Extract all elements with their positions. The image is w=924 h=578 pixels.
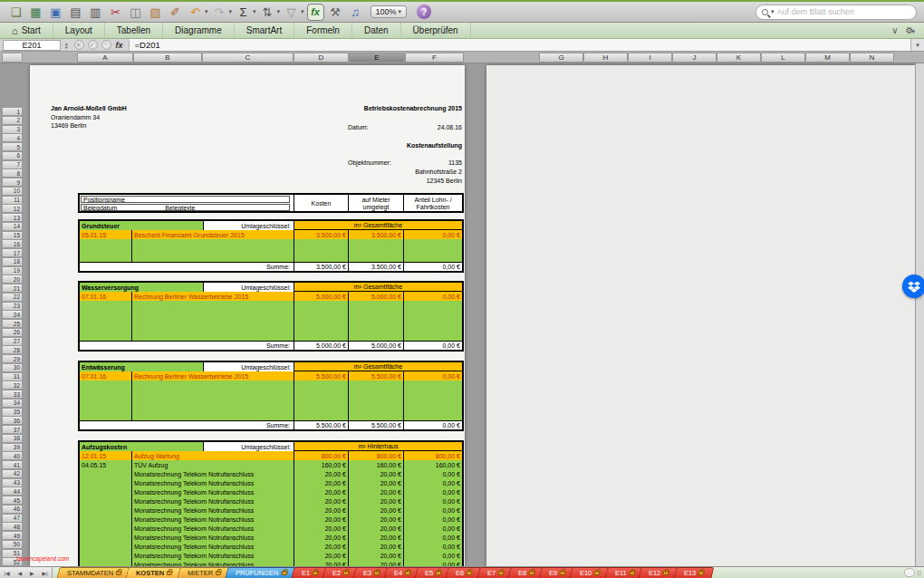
cell-kosten[interactable]: 20,00 €	[294, 478, 348, 487]
cell-date[interactable]	[80, 469, 131, 478]
cell-date[interactable]	[80, 515, 131, 524]
table-row[interactable]: Monatsrechnung Telekom Notrufanschluss20…	[80, 551, 462, 560]
cell-mieter[interactable]: 20,00 €	[348, 524, 403, 533]
autosum-dropdown-icon[interactable]: ▾	[253, 8, 256, 15]
cell-date[interactable]: 04.05.15	[80, 460, 131, 469]
row-header-44[interactable]: 44	[2, 486, 23, 496]
summe-anteil[interactable]: 0,00 €	[403, 421, 462, 429]
cell-date[interactable]: 07.01.16	[80, 371, 131, 381]
row-header-39[interactable]: 39	[2, 443, 23, 452]
cell-mieter[interactable]: 800,00 €	[348, 451, 403, 460]
row-header-13[interactable]: 13	[2, 213, 23, 222]
cell-kosten[interactable]: 5.500,00 €	[294, 371, 348, 381]
name-box[interactable]: E201	[3, 40, 61, 51]
sort-dropdown-icon[interactable]: ▾	[277, 8, 281, 15]
row-header-40[interactable]: 40	[2, 451, 23, 460]
belegtexte-cell[interactable]: Belegtexte	[165, 205, 195, 211]
cell-text[interactable]: Rechnung Berliner Wasserbetriebe 2015	[131, 371, 294, 381]
cell-kosten[interactable]: 20,00 €	[294, 487, 348, 496]
umlage-label[interactable]: Umlageschlüssel:	[203, 283, 294, 292]
cell-text[interactable]: Aufzug Wartung	[131, 451, 294, 460]
filler-cell[interactable]	[403, 381, 462, 420]
cell-kosten[interactable]: 20,00 €	[294, 515, 348, 524]
table-row[interactable]: Monatsrechnung Telekom Notrufanschluss20…	[80, 487, 462, 496]
row-header-3[interactable]: 3	[2, 125, 23, 134]
section-name[interactable]: Grundsteuer	[80, 221, 203, 230]
cell-mieter[interactable]: 20,00 €	[348, 560, 403, 566]
cell-mieter[interactable]: 20,00 €	[348, 478, 403, 487]
filter-dropdown-icon[interactable]: ▾	[301, 8, 304, 15]
format-painter-icon[interactable]: ✐	[167, 4, 184, 21]
umlage-label[interactable]: Umlageschlüssel:	[203, 442, 294, 451]
row-header-41[interactable]: 41	[2, 460, 23, 469]
sender-name[interactable]: Jan Arnold-Moßell GmbH	[51, 104, 127, 113]
column-header-g[interactable]: G	[539, 53, 583, 63]
row-header-23[interactable]: 23	[2, 302, 23, 311]
sheet-tab-stammdaten[interactable]: STAMMDATEN	[57, 567, 132, 578]
cell-date[interactable]	[80, 524, 131, 533]
cell-text[interactable]: Bescheid Finanzamt Grundsteuer 2015	[131, 230, 294, 239]
cell-date[interactable]: 07.01.16	[80, 292, 131, 301]
cell-kosten[interactable]: 20,00 €	[294, 469, 348, 478]
row-header-20[interactable]: 20	[2, 275, 23, 284]
date-row[interactable]: Datum: 24.08.16	[348, 123, 462, 132]
cell-mieter[interactable]: 5.500,00 €	[348, 371, 403, 381]
table-row[interactable]: Monatsrechnung Telekom Notrufanschluss20…	[80, 533, 462, 542]
table-row[interactable]: 04.05.15TÜV Aufzug160,00 €160,00 €160,00…	[80, 460, 462, 469]
cell-text[interactable]: Monatsrechnung Telekom Notrufanschluss	[131, 515, 294, 524]
summe-anteil[interactable]: 0,00 €	[403, 263, 462, 271]
row-header-5[interactable]: 5	[2, 142, 23, 151]
cell-kosten[interactable]: 20,00 €	[294, 524, 348, 533]
table-row[interactable]: Monatsrechnung Telekom Notrufanschluss20…	[80, 542, 462, 551]
row-header-30[interactable]: 30	[2, 363, 23, 372]
table-row[interactable]: Monatsrechnung Telekom Notrufanschluss20…	[80, 478, 462, 487]
doc-subtitle[interactable]: Kostenaufstellung	[348, 141, 462, 150]
cell-text[interactable]: Monatsrechnung Telekom Notrufanschluss	[131, 487, 294, 496]
table-row[interactable]: Monatsrechnung Telekom Notrufanschluss20…	[80, 506, 462, 515]
table-row[interactable]: 12.01.15Aufzug Wartung800,00 €800,00 €80…	[80, 451, 462, 460]
cell-anteil[interactable]: 0,00 €	[403, 371, 462, 381]
row-header-38[interactable]: 38	[2, 434, 23, 443]
column-header-k[interactable]: K	[717, 53, 761, 63]
row-header-11[interactable]: 11	[2, 196, 23, 205]
cell-date[interactable]	[80, 542, 131, 551]
cell-date[interactable]	[80, 506, 131, 515]
row-header-14[interactable]: 14	[2, 222, 23, 231]
vertical-scrollbar[interactable]	[915, 63, 924, 566]
cancel-icon[interactable]: ✕	[74, 40, 84, 50]
row-header-21[interactable]: 21	[2, 284, 23, 293]
cut-icon[interactable]: ✂	[107, 4, 124, 21]
filler-cell[interactable]	[348, 239, 403, 262]
object-number-row[interactable]: Objektnummer: 1135	[348, 159, 462, 168]
row-header-6[interactable]: 6	[2, 151, 23, 160]
row-header-33[interactable]: 33	[2, 390, 23, 399]
cell-date[interactable]	[80, 487, 131, 496]
row-header-25[interactable]: 25	[2, 319, 23, 328]
cell-date[interactable]	[80, 551, 131, 560]
filler-cell[interactable]	[294, 381, 348, 420]
undo-dropdown-icon[interactable]: ▾	[205, 8, 208, 15]
cell-text[interactable]: Monatsrechnung Telekom Notrufanschluss	[131, 506, 294, 515]
cell-mieter[interactable]: 20,00 €	[348, 487, 403, 496]
umlage-label[interactable]: Umlageschlüssel:	[203, 221, 294, 230]
gear-icon[interactable]: ⚙▾	[906, 25, 915, 35]
row-header-1[interactable]: 1	[2, 107, 23, 116]
cell-mieter[interactable]: 20,00 €	[348, 506, 403, 515]
column-header-d[interactable]: D	[294, 53, 349, 63]
row-header-50[interactable]: 50	[2, 540, 23, 549]
undo-icon[interactable]: ↶	[187, 4, 204, 21]
search-input[interactable]	[777, 7, 910, 16]
sheet-tab-kosten[interactable]: KOSTEN	[126, 567, 183, 578]
summe-anteil[interactable]: 0,00 €	[403, 342, 462, 350]
value-column-header-0[interactable]: Kosten	[294, 195, 348, 212]
row-header-47[interactable]: 47	[2, 514, 23, 523]
page-2[interactable]	[486, 65, 915, 566]
sender-street[interactable]: Oraniendamm 34	[51, 113, 127, 122]
cell-date[interactable]	[80, 560, 131, 566]
accept-icon[interactable]: ✓	[88, 40, 98, 50]
search-scope-caret-icon[interactable]: ▾	[771, 8, 775, 15]
new-document-icon[interactable]: ❏	[7, 4, 24, 21]
ribbon-tab-berpr-fen[interactable]: Überprüfen	[401, 23, 471, 38]
formula-bar-expand-icon[interactable]: ▾	[910, 39, 924, 51]
table-row[interactable]: Monatsrechnung Telekom Notrufanschluss20…	[80, 469, 462, 478]
